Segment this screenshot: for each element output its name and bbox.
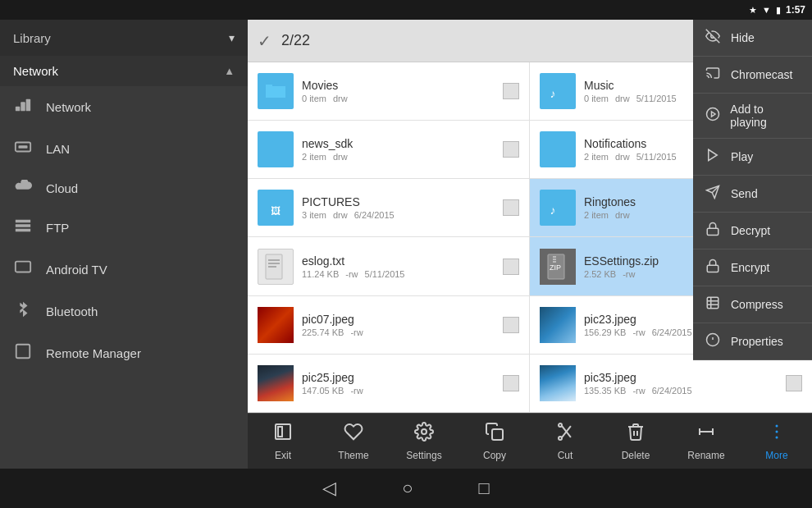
- file-item-pic07[interactable]: pic07.jpeg 225.74 KB -rw: [248, 296, 530, 355]
- svg-rect-32: [278, 427, 282, 437]
- context-menu-encrypt[interactable]: Encrypt: [693, 249, 812, 286]
- copy-icon: [485, 422, 504, 446]
- toolbar-cut[interactable]: Cut: [530, 414, 600, 469]
- context-menu-compress[interactable]: Compress: [693, 286, 812, 323]
- file-item-pic35[interactable]: pic35.jpeg 135.35 KB -rw 6/24/2015: [530, 355, 812, 413]
- toolbar-more[interactable]: More: [741, 414, 812, 469]
- toolbar-theme[interactable]: Theme: [318, 414, 389, 469]
- file-checkbox[interactable]: [503, 259, 519, 275]
- file-perm: drw: [615, 94, 630, 103]
- file-item-movies[interactable]: Movies 0 item drw: [248, 62, 530, 121]
- svg-point-36: [559, 423, 562, 427]
- context-menu-hide[interactable]: Hide: [693, 20, 812, 57]
- image-thumbnail-pic23: [540, 307, 576, 343]
- file-item-pic25[interactable]: pic25.jpeg 147.05 KB -rw: [248, 355, 530, 413]
- folder-icon: [540, 131, 576, 167]
- file-perm: -rw: [345, 269, 358, 279]
- theme-icon: [344, 422, 363, 446]
- file-size: 135.35 KB: [584, 386, 626, 396]
- network-section-label: Network: [13, 64, 58, 78]
- context-menu-chromecast[interactable]: Chromecast: [693, 57, 812, 94]
- file-checkbox[interactable]: [503, 199, 519, 216]
- settings-icon: [414, 422, 434, 446]
- context-menu-play[interactable]: Play: [693, 139, 812, 176]
- file-perm: drw: [333, 152, 348, 162]
- sidebar-item-bluetooth[interactable]: Bluetooth: [0, 291, 248, 332]
- file-name: pic07.jpeg: [302, 313, 495, 326]
- svg-marker-21: [711, 112, 715, 117]
- bluetooth-icon: [13, 300, 33, 323]
- svg-rect-25: [707, 228, 718, 235]
- toolbar-delete[interactable]: Delete: [600, 414, 671, 469]
- file-name: news_sdk: [302, 137, 495, 150]
- play-label: Play: [731, 150, 753, 163]
- file-perm: drw: [333, 94, 348, 103]
- file-size: 3 item: [302, 210, 326, 220]
- folder-icon: [258, 73, 294, 109]
- context-menu-send[interactable]: Send: [693, 176, 812, 213]
- back-button[interactable]: ◁: [322, 478, 336, 499]
- file-meta: 0 item drw: [302, 94, 495, 103]
- sidebar-lan-label: LAN: [46, 142, 70, 156]
- more-label: More: [765, 450, 787, 461]
- sidebar-item-ftp[interactable]: FTP: [0, 207, 248, 249]
- network-icon: [13, 96, 33, 118]
- file-checkbox[interactable]: [503, 317, 519, 333]
- file-checkbox[interactable]: [786, 375, 802, 391]
- home-button[interactable]: ○: [402, 478, 413, 499]
- svg-rect-6: [16, 345, 30, 359]
- sidebar-android-tv-label: Android TV: [46, 263, 107, 277]
- recent-apps-button[interactable]: □: [479, 478, 490, 499]
- file-info-pic35: pic35.jpeg 135.35 KB -rw 6/24/2015: [584, 371, 778, 396]
- sidebar-item-network[interactable]: Network: [0, 86, 248, 128]
- sidebar-item-cloud[interactable]: Cloud: [0, 170, 248, 207]
- sidebar-network-label: Network: [46, 100, 91, 114]
- file-name: PICTURES: [302, 195, 495, 208]
- send-label: Send: [731, 187, 758, 200]
- file-size: 147.05 KB: [302, 386, 344, 396]
- file-date: 5/11/2015: [636, 94, 677, 103]
- context-menu-add-to-playing[interactable]: Add to playing: [693, 94, 812, 139]
- file-item-eslog[interactable]: eslog.txt 11.24 KB -rw 5/11/2015: [248, 237, 530, 295]
- clock: 1:57: [786, 4, 805, 16]
- sidebar-item-android-tv[interactable]: Android TV: [0, 249, 248, 291]
- svg-rect-26: [707, 265, 718, 272]
- folder-icon: [258, 131, 294, 167]
- sidebar-library-header[interactable]: Library ▾: [0, 20, 248, 56]
- file-item-news_sdk[interactable]: news_sdk 2 item drw: [248, 121, 530, 179]
- toolbar-exit[interactable]: Exit: [248, 414, 318, 469]
- compress-label: Compress: [731, 298, 783, 311]
- file-info-pic07: pic07.jpeg 225.74 KB -rw: [302, 313, 495, 337]
- file-meta: 2 item drw: [302, 152, 495, 162]
- folder-music-icon: ♪: [540, 73, 576, 109]
- file-perm: -rw: [623, 269, 635, 279]
- wifi-status-icon: ▼: [762, 5, 771, 15]
- compress-icon: [705, 295, 721, 313]
- file-size: 156.29 KB: [584, 327, 626, 337]
- toolbar-copy[interactable]: Copy: [459, 414, 530, 469]
- context-menu-properties[interactable]: Properties: [693, 323, 812, 360]
- file-checkbox[interactable]: [503, 141, 519, 158]
- sidebar-item-lan[interactable]: LAN: [0, 128, 248, 170]
- file-checkbox[interactable]: [503, 83, 519, 99]
- file-checkbox[interactable]: [503, 375, 519, 391]
- properties-icon: [705, 332, 721, 350]
- delete-icon: [626, 422, 645, 446]
- toolbar-settings[interactable]: Settings: [389, 414, 459, 469]
- folder-icon: 🖼: [258, 190, 294, 226]
- toolbar-rename[interactable]: Rename: [671, 414, 741, 469]
- cut-label: Cut: [558, 450, 573, 461]
- context-menu-decrypt[interactable]: Decrypt: [693, 213, 812, 249]
- svg-rect-27: [707, 297, 718, 309]
- sidebar-item-remote-manager[interactable]: Remote Manager: [0, 332, 248, 374]
- navigation-bar: ◁ ○ □: [0, 469, 812, 508]
- svg-point-20: [706, 108, 718, 121]
- file-name: Movies: [302, 79, 495, 92]
- svg-point-42: [776, 436, 778, 438]
- svg-point-35: [559, 437, 562, 440]
- network-section-header[interactable]: Network ▲: [0, 56, 248, 86]
- file-date: 5/11/2015: [365, 269, 405, 279]
- svg-rect-34: [492, 429, 503, 440]
- file-item-pictures[interactable]: 🖼 PICTURES 3 item drw 6/24/2015: [248, 179, 530, 237]
- sidebar-cloud-label: Cloud: [46, 181, 78, 195]
